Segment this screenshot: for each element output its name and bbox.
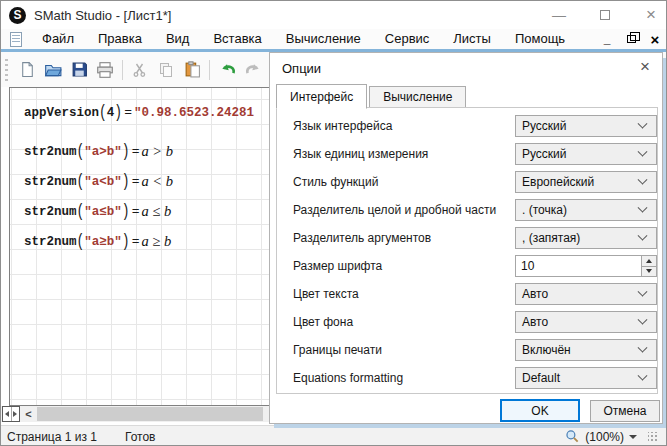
tab-interface[interactable]: Интерфейс (276, 84, 367, 109)
argument-value: 4 (107, 106, 115, 120)
title-bar: S SMath Studio - [Лист1*] — × (1, 1, 666, 29)
result-value: a ≥ b (141, 233, 171, 250)
open-paren: ( (77, 141, 85, 161)
close-paren: ) (122, 231, 130, 251)
child-minimize-button[interactable]: _ (600, 32, 614, 46)
copy-button[interactable] (153, 57, 179, 83)
math-expression[interactable]: str2num("a≥b")=a ≥ b (24, 233, 171, 250)
print-button[interactable] (92, 57, 118, 83)
tab-calculation[interactable]: Вычисление (369, 86, 466, 108)
save-button[interactable] (66, 57, 92, 83)
menu-file[interactable]: Файл (30, 29, 86, 49)
math-expression[interactable]: str2num("a≤b")=a ≤ b (24, 203, 171, 220)
open-paren: ( (77, 201, 85, 221)
option-label: Размер шрифта (293, 259, 382, 273)
smath-logo-icon: S (9, 7, 26, 24)
undo-button[interactable] (214, 57, 240, 83)
undo-arrow-icon (218, 60, 237, 79)
child-close-button[interactable]: × (648, 31, 662, 48)
equations-formatting-select[interactable]: Default (515, 367, 657, 389)
cut-button[interactable] (127, 57, 153, 83)
status-text: Готов (125, 430, 156, 444)
print-borders-select[interactable]: Включён (515, 339, 657, 361)
zoom-dropdown-icon[interactable] (629, 435, 637, 439)
cancel-button[interactable]: Отмена (590, 400, 660, 422)
document-icon[interactable] (10, 32, 22, 47)
dialog-title: Опции (282, 61, 321, 76)
page-info: Страница 1 из 1 (7, 430, 97, 444)
equals-sign: = (130, 204, 142, 219)
math-expression[interactable]: str2num("a<b")=a < b (24, 173, 173, 190)
zoom-level[interactable]: (100%) (585, 430, 624, 444)
open-paren: ( (77, 231, 85, 251)
redo-arrow-icon (244, 60, 263, 79)
chevron-down-icon (638, 118, 648, 128)
menu-edit[interactable]: Правка (86, 29, 154, 49)
spin-down-button[interactable] (642, 267, 656, 277)
chevron-down-icon (638, 202, 648, 212)
equals-sign: = (130, 234, 142, 249)
page-next-button[interactable] (12, 407, 20, 421)
string-argument: "a≤b" (84, 205, 122, 219)
right-arrow-icon (13, 411, 17, 417)
page-prev-button[interactable] (3, 407, 12, 421)
down-arrow-icon (646, 269, 652, 273)
math-expression[interactable]: str2num("a>b")=a > b (24, 143, 173, 160)
option-label: Разделитель аргументов (293, 231, 431, 245)
maximize-button[interactable] (596, 7, 614, 23)
app-window: S SMath Studio - [Лист1*] — × Файл Правк… (0, 0, 667, 446)
option-label: Границы печати (293, 343, 382, 357)
chevron-down-icon (638, 370, 648, 380)
functions-style-select[interactable]: Европейский (515, 171, 657, 193)
zoom-magnifier-icon (565, 429, 580, 444)
spin-up-button[interactable] (642, 256, 656, 267)
ok-button[interactable]: OK (500, 399, 580, 422)
redo-button[interactable] (240, 57, 266, 83)
option-label: Equations formatting (293, 371, 403, 385)
chevron-down-icon (638, 286, 648, 296)
units-language-select[interactable]: Русский (515, 143, 657, 165)
chevron-down-icon (638, 230, 648, 240)
paste-button[interactable] (179, 57, 205, 83)
function-name: str2num (24, 205, 77, 219)
chevron-down-icon (638, 174, 648, 184)
result-value: a ≤ b (141, 203, 171, 220)
menu-calculation[interactable]: Вычисление (274, 29, 373, 49)
text-color-select[interactable]: Авто (515, 283, 657, 305)
close-paren: ) (114, 102, 122, 122)
child-restore-button[interactable] (624, 32, 638, 46)
string-argument: "a<b" (84, 175, 122, 189)
window-title: SMath Studio - [Лист1*] (34, 8, 171, 23)
interface-language-select[interactable]: Русский (515, 115, 657, 137)
menu-help[interactable]: Помощь (503, 29, 577, 49)
dialog-tabs: Интерфейс Вычисление (276, 85, 468, 108)
font-size-spinner[interactable]: 10 (515, 255, 657, 277)
dialog-close-button[interactable]: × (640, 58, 650, 75)
options-dialog: Опции × Интерфейс Вычисление Язык интерф… (269, 52, 663, 424)
equals-sign: = (130, 174, 142, 189)
scrollbar-thumb[interactable] (37, 407, 263, 421)
math-expression[interactable]: appVersion(4)="0.98.6523.24281 (24, 105, 254, 120)
chevron-down-icon (638, 146, 648, 156)
arguments-separator-select[interactable]: , (запятая) (515, 227, 657, 249)
new-button[interactable] (14, 57, 40, 83)
scroll-left-button[interactable]: < (21, 406, 36, 422)
save-floppy-icon (71, 61, 88, 78)
menu-sheets[interactable]: Листы (441, 29, 503, 49)
menu-bar: Файл Правка Вид Вставка Вычисление Серви… (1, 29, 666, 49)
menu-insert[interactable]: Вставка (201, 29, 273, 49)
menu-tools[interactable]: Сервис (373, 29, 442, 49)
result-string: "0.98.6523.24281 (134, 106, 254, 120)
minimize-button[interactable]: — (550, 7, 568, 23)
option-label: Язык единиц измерения (293, 147, 428, 161)
resize-grip[interactable] (648, 432, 658, 442)
open-button[interactable] (40, 57, 66, 83)
background-color-select[interactable]: Авто (515, 311, 657, 333)
toolbar-grip[interactable] (5, 59, 8, 81)
open-paren: ( (77, 171, 85, 191)
close-button[interactable]: × (642, 5, 660, 25)
copy-icon (158, 62, 174, 78)
decimal-separator-select[interactable]: . (точка) (515, 199, 657, 221)
function-name: str2num (24, 235, 77, 249)
menu-view[interactable]: Вид (154, 29, 202, 49)
